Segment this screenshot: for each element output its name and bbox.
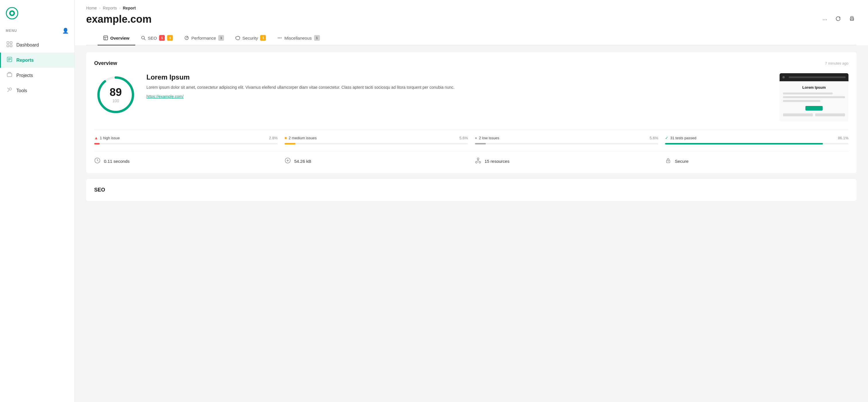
svg-rect-4	[10, 42, 12, 44]
overview-info: Lorem Ipsum Lorem ipsum dolor sit amet, …	[147, 73, 770, 99]
low-issue-fill	[475, 143, 486, 145]
app-logo	[6, 7, 19, 20]
thumb-bar	[789, 76, 846, 78]
medium-issue-fill	[284, 143, 296, 145]
svg-point-38	[475, 161, 477, 163]
breadcrumb-reports[interactable]: Reports	[103, 6, 117, 10]
tab-miscellaneous[interactable]: Miscellaneous 1	[272, 31, 325, 45]
sidebar-item-tools[interactable]: Tools	[0, 83, 74, 98]
stat-size-label: 54.26 kB	[294, 159, 311, 164]
sidebar-item-projects[interactable]: Projects	[0, 68, 74, 83]
high-issue-icon: ▲	[94, 135, 98, 140]
low-issue-icon: ●	[475, 135, 477, 140]
page-title-row: example.com ···	[86, 13, 857, 25]
overview-title: Overview	[94, 60, 117, 66]
stat-time-label: 0.11 seconds	[104, 159, 129, 164]
svg-point-43	[668, 161, 669, 162]
dashboard-icon	[7, 41, 12, 49]
issue-low-label: ● 2 low issues	[475, 135, 499, 140]
svg-point-22	[142, 36, 145, 39]
misc-icon	[277, 36, 282, 40]
score-max: 100	[110, 98, 122, 103]
thumb-footer	[783, 114, 845, 118]
overview-header: Overview 7 minutes ago	[94, 60, 848, 66]
stat-time: 0.11 seconds	[94, 157, 278, 165]
svg-line-41	[478, 160, 479, 161]
thumb-cta-btn	[805, 106, 823, 111]
issue-passed-label: ✓ 31 tests passed	[665, 135, 696, 140]
svg-point-28	[281, 38, 282, 38]
tab-performance[interactable]: Performance 1	[179, 31, 230, 45]
site-url[interactable]: https://example.com/	[147, 94, 184, 99]
issues-row: ▲ 1 high issue 2.8% ■ 2 medium issues	[94, 129, 848, 145]
tab-seo-badge-yellow: 1	[167, 35, 173, 41]
svg-line-12	[7, 90, 9, 92]
passed-icon: ✓	[665, 135, 669, 140]
medium-issue-pct: 5.6%	[459, 136, 468, 140]
seo-section: SEO	[86, 179, 857, 201]
issue-medium-top: ■ 2 medium issues 5.6%	[284, 135, 468, 142]
refresh-button[interactable]	[834, 14, 843, 25]
svg-rect-6	[10, 45, 12, 47]
breadcrumb-sep-2: ›	[119, 6, 121, 10]
svg-point-39	[479, 161, 480, 163]
stat-secure-label: Secure	[675, 159, 688, 164]
thumb-line-3	[783, 100, 820, 102]
svg-rect-19	[104, 36, 108, 40]
overview-icon	[103, 36, 108, 40]
tab-performance-badge: 1	[218, 35, 224, 41]
tab-seo[interactable]: SEO 1 1	[135, 31, 179, 45]
thumb-title: Lorem Ipsum	[783, 85, 845, 90]
thumb-line-2	[783, 96, 845, 98]
svg-point-26	[278, 38, 279, 38]
site-thumbnail: Lorem Ipsum	[780, 73, 848, 121]
medium-issue-bar	[284, 143, 468, 145]
seo-section-title: SEO	[94, 187, 848, 193]
stat-secure: Secure	[665, 157, 848, 165]
passed-pct: 86.1%	[838, 136, 848, 140]
issue-passed: ✓ 31 tests passed 86.1%	[665, 135, 848, 145]
thumb-body: Lorem Ipsum	[780, 81, 848, 121]
svg-rect-17	[851, 19, 853, 21]
svg-point-2	[11, 12, 13, 14]
passed-bar	[665, 143, 848, 145]
svg-rect-3	[7, 42, 9, 44]
svg-line-40	[477, 160, 478, 161]
tab-security[interactable]: Security 1	[230, 31, 272, 45]
sidebar-item-label: Projects	[17, 73, 33, 78]
user-icon[interactable]: 👤	[62, 28, 69, 34]
tabs-bar: Overview SEO 1 1 Performance 1	[86, 31, 857, 45]
header-actions: ···	[820, 14, 857, 25]
more-button[interactable]: ···	[820, 14, 829, 24]
high-issue-bar	[94, 143, 278, 145]
tab-security-badge: 1	[260, 35, 266, 41]
main-content: Home › Reports › Report example.com ···	[75, 0, 868, 402]
svg-point-18	[853, 19, 854, 19]
high-issue-pct: 2.8%	[269, 136, 278, 140]
projects-icon	[7, 72, 12, 79]
security-icon	[236, 36, 240, 40]
breadcrumb-home[interactable]: Home	[86, 6, 97, 10]
breadcrumb-current: Report	[123, 6, 136, 10]
size-icon	[284, 157, 291, 165]
stat-resources-label: 15 resources	[485, 159, 510, 164]
sidebar-item-dashboard[interactable]: Dashboard	[0, 37, 74, 53]
tab-overview[interactable]: Overview	[98, 31, 135, 45]
sidebar: MENU 👤 Dashboard	[0, 0, 75, 402]
tab-misc-label: Miscellaneous	[284, 36, 312, 40]
svg-point-25	[186, 38, 187, 38]
score-circle: 89 100	[94, 73, 137, 116]
issue-medium-label: ■ 2 medium issues	[284, 135, 317, 140]
main-header: Home › Reports › Report example.com ···	[75, 0, 868, 45]
sidebar-item-reports[interactable]: Reports	[0, 53, 74, 68]
print-button[interactable]	[847, 14, 857, 25]
sidebar-item-label: Tools	[17, 88, 27, 93]
low-issue-pct: 5.6%	[650, 136, 658, 140]
thumb-dot	[782, 76, 785, 79]
menu-label-row: MENU 👤	[0, 25, 74, 37]
time-icon	[94, 157, 100, 165]
tab-performance-label: Performance	[191, 36, 216, 40]
overview-top-row: 89 100 Lorem Ipsum Lorem ipsum dolor sit…	[94, 73, 848, 121]
tab-security-label: Security	[242, 36, 258, 40]
svg-rect-11	[7, 73, 12, 77]
